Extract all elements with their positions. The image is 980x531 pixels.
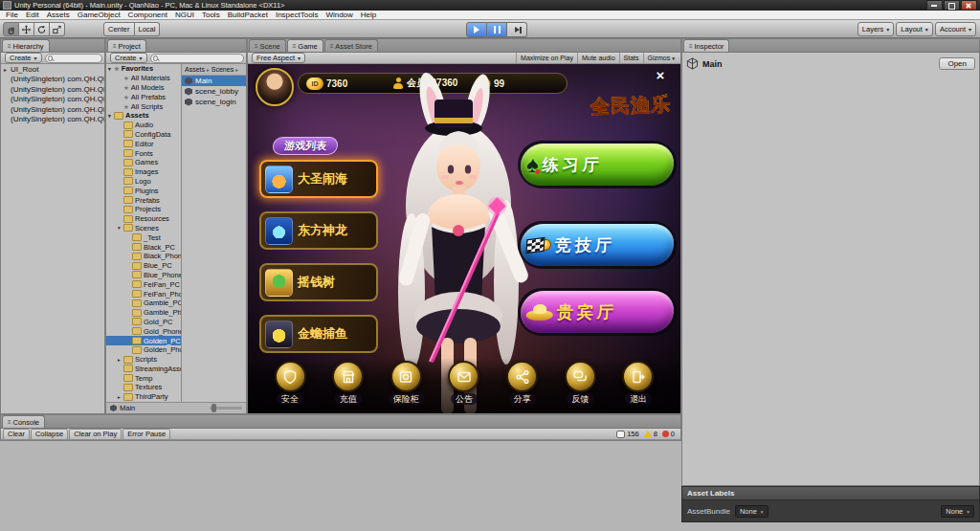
tab-console[interactable]: Console [2, 415, 45, 428]
layout-dropdown[interactable]: Layout [896, 22, 933, 36]
security-button[interactable]: 安全 [265, 361, 315, 405]
maximize-on-play-toggle[interactable]: Maximize on Play [516, 53, 577, 63]
warning-count-toggle[interactable]: 8 [644, 430, 657, 438]
scale-tool-button[interactable] [50, 22, 65, 36]
aspect-dropdown[interactable]: Free Aspect [252, 53, 305, 63]
tree-row[interactable]: Editor [106, 139, 181, 148]
gizmos-dropdown[interactable]: Gizmos [643, 53, 679, 63]
tab-project[interactable]: Project [107, 39, 146, 52]
menu-item[interactable]: Help [357, 11, 380, 19]
menu-item[interactable]: NGUI [171, 11, 198, 19]
tree-row[interactable]: Gamble_Phone [106, 308, 181, 318]
open-scene-button[interactable]: Open [939, 57, 975, 70]
player-avatar[interactable] [256, 68, 294, 106]
tree-row[interactable]: Logo [106, 177, 181, 187]
tree-row[interactable]: ConfigData [106, 130, 181, 140]
tree-row[interactable]: Golden_Phone [106, 345, 181, 355]
hierarchy-create-dropdown[interactable]: Create [5, 53, 42, 63]
tree-row[interactable]: Projects [106, 205, 181, 214]
console-toolbar-button[interactable]: Clear on Play [69, 429, 122, 440]
game-entry-button[interactable]: 金蟾捕鱼 [259, 315, 378, 353]
tree-row[interactable]: Blue_Phone [106, 271, 181, 280]
exit-button[interactable]: 退出 [613, 361, 663, 405]
tree-row[interactable]: FeiFan_PC [106, 279, 181, 289]
stats-toggle[interactable]: Stats [619, 53, 643, 63]
tree-row[interactable]: Audio [106, 121, 181, 130]
move-tool-button[interactable] [19, 22, 34, 36]
scene-file-row[interactable]: Main [182, 76, 246, 86]
tree-row[interactable]: ▾ Scenes [106, 224, 181, 233]
play-button[interactable] [466, 22, 487, 37]
tree-row[interactable]: Black_Phone [106, 252, 181, 261]
console-toolbar-button[interactable]: Error Pause [122, 429, 170, 440]
menu-item[interactable]: Component [124, 11, 171, 19]
tree-row[interactable]: All Materials [106, 74, 181, 83]
assetbundle-name-dropdown[interactable]: None [735, 505, 768, 518]
vip-hall-button[interactable]: 贵宾厅 [518, 288, 677, 336]
game-entry-button[interactable]: 东方神龙 [259, 211, 378, 250]
tree-row[interactable]: All Scripts [106, 101, 181, 111]
tree-row[interactable]: Temp [106, 373, 181, 383]
tree-row[interactable]: Fonts [106, 148, 181, 158]
console-toolbar-button[interactable]: Collapse [31, 429, 68, 440]
hierarchy-item[interactable]: (UnitySingleton) com.QH.QPGam [1, 84, 104, 95]
tree-row[interactable]: Games [106, 158, 181, 167]
tree-row[interactable]: All Prefabs [106, 92, 181, 101]
error-count-toggle[interactable]: 0 [662, 430, 675, 438]
tree-row[interactable]: Golden_PC [106, 336, 181, 345]
thumbnail-zoom-slider[interactable] [210, 407, 242, 409]
tree-row[interactable]: StreamingAssets [106, 365, 181, 374]
tab-game[interactable]: Game [287, 39, 323, 52]
console-toolbar-button[interactable]: Clear [3, 429, 30, 440]
maximize-button[interactable] [944, 0, 960, 11]
tree-row[interactable]: Resources [106, 214, 181, 224]
tab-inspector[interactable]: Inspector [683, 39, 729, 52]
rotate-tool-button[interactable] [34, 22, 50, 36]
tree-row[interactable]: Blue_PC [106, 261, 181, 271]
safe-box-button[interactable]: 保险柜 [381, 361, 431, 405]
tree-row[interactable]: Black_PC [106, 242, 181, 252]
layers-dropdown[interactable]: Layers [858, 22, 895, 36]
log-count-toggle[interactable]: 156 [616, 430, 639, 438]
game-entry-button[interactable]: 摇钱树 [259, 263, 378, 301]
tree-row[interactable]: ▸ ThirdParty [106, 392, 181, 402]
tree-row[interactable]: Textures [106, 383, 181, 392]
game-entry-button[interactable]: 大圣闹海 [259, 160, 378, 198]
menu-item[interactable]: File [2, 11, 22, 19]
fold-arrow-icon[interactable]: ▸ [4, 66, 11, 73]
hierarchy-search-input[interactable] [45, 54, 102, 63]
close-button[interactable] [961, 0, 977, 11]
tab-asset-store[interactable]: Asset Store [324, 39, 378, 52]
arena-hall-button[interactable]: 竞技厅 [518, 221, 677, 269]
menu-item[interactable]: Edit [22, 11, 43, 19]
hierarchy-item[interactable]: (UnitySingleton) com.QH.QPGam [1, 104, 104, 115]
project-search-input[interactable] [150, 54, 244, 63]
tree-row[interactable]: _Test [106, 232, 181, 242]
tree-row[interactable]: All Models [106, 83, 181, 93]
assetbundle-variant-dropdown[interactable]: None [941, 505, 974, 518]
mute-audio-toggle[interactable]: Mute audio [577, 53, 619, 63]
tree-row[interactable]: ▾ Assets [106, 111, 181, 121]
tree-row[interactable]: Gamble_PC [106, 299, 181, 308]
practice-hall-button[interactable]: ♠ 练习厅 [518, 141, 677, 188]
minimize-button[interactable] [926, 0, 943, 11]
breadcrumb-scenes[interactable]: Scenes [212, 66, 234, 73]
hierarchy-item[interactable]: (UnitySingleton) com.QH.QPGam [1, 75, 104, 85]
account-dropdown[interactable]: Account [935, 22, 976, 36]
tree-row[interactable]: ▸ Scripts [106, 355, 181, 365]
breadcrumb-assets[interactable]: Assets [185, 66, 205, 73]
menu-item[interactable]: BuildPacket [224, 11, 272, 19]
space-toggle-button[interactable]: Local [135, 22, 161, 36]
menu-item[interactable]: InspectTools [272, 11, 322, 19]
pause-button[interactable] [487, 22, 507, 37]
pan-tool-button[interactable] [3, 22, 19, 36]
tree-row[interactable]: Plugins [106, 186, 181, 195]
announcement-button[interactable]: 公告 [439, 361, 489, 405]
menu-item[interactable]: Window [322, 11, 356, 19]
tree-row[interactable]: Gold_PC [106, 318, 181, 327]
hierarchy-item[interactable]: (UnitySingleton) com.QH.QPGam [1, 115, 104, 125]
tree-row[interactable]: FeiFan_Phone [106, 289, 181, 299]
game-close-button[interactable]: × [652, 66, 669, 83]
menu-item[interactable]: Assets [43, 11, 74, 19]
pivot-toggle-button[interactable]: Center [103, 22, 135, 36]
